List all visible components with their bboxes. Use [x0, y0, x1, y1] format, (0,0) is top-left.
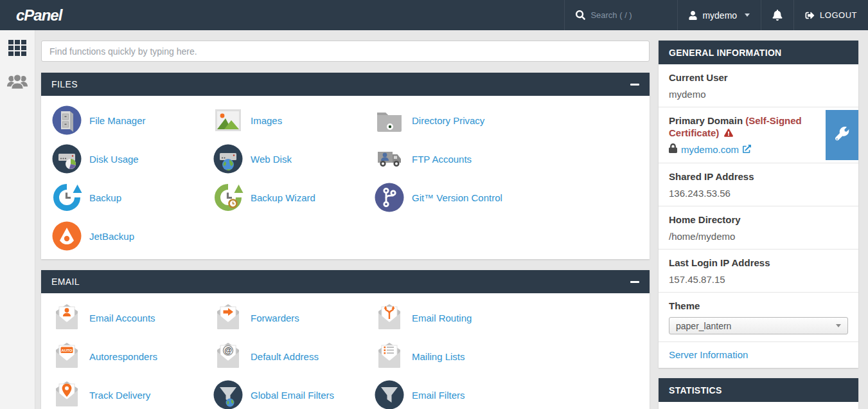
app-label: Global Email Filters [251, 390, 334, 401]
navbar-search [564, 0, 677, 30]
app-item-web-disk[interactable]: Web Disk [213, 143, 374, 174]
app-item-images[interactable]: Images [213, 105, 374, 136]
app-label: Forwarders [251, 313, 299, 323]
current-user-label: Current User [669, 71, 848, 84]
right-sidebar: GENERAL INFORMATION Current User mydemo … [659, 30, 858, 409]
app-item-forwarders[interactable]: Forwarders [213, 302, 374, 333]
autoresponders-icon: AUTO [51, 341, 82, 372]
app-item-disk-usage[interactable]: Disk Usage [51, 143, 213, 174]
user-manager-icon[interactable] [6, 73, 28, 91]
svg-text:@: @ [224, 346, 232, 355]
last-login-ip-row: Last Login IP Address 157.45.87.15 [659, 250, 858, 293]
select-caret-icon [836, 324, 841, 327]
app-item-directory-privacy[interactable]: Directory Privacy [374, 105, 535, 136]
app-item-email-filters[interactable]: Email Filters [374, 379, 535, 409]
server-information-link[interactable]: Server Information [669, 349, 748, 360]
warning-triangle-icon [724, 129, 733, 137]
collapse-section-button[interactable] [630, 84, 639, 86]
app-label: Mailing Lists [412, 351, 465, 362]
app-label: Images [251, 115, 282, 126]
app-label: Track Delivery [89, 390, 150, 401]
theme-select[interactable]: paper_lantern [669, 317, 848, 334]
theme-label: Theme [669, 300, 848, 312]
app-item-mailing-lists[interactable]: Mailing Lists [374, 341, 535, 372]
home-directory-label: Home Directory [669, 214, 848, 226]
app-item-autoresponders[interactable]: AUTO Autoresponders [51, 341, 213, 372]
user-menu[interactable]: mydemo [677, 0, 761, 30]
app-label: Autoresponders [89, 351, 157, 362]
email-routing-icon [374, 302, 405, 333]
shared-ip-value: 136.243.53.56 [669, 188, 848, 199]
ftp-accounts-icon [374, 143, 405, 174]
logout-label: LOGOUT [820, 10, 857, 20]
collapse-section-button[interactable] [630, 281, 639, 283]
app-label: Email Accounts [89, 313, 155, 323]
statistics-header: STATISTICS [659, 378, 858, 402]
section-body: Email Accounts Forwarders Email Routing … [41, 293, 650, 409]
home-directory-row: Home Directory /home/mydemo [659, 206, 858, 250]
logout-button[interactable]: LOGOUT [793, 0, 868, 30]
username: mydemo [702, 10, 737, 21]
app-label: File Manager [89, 115, 146, 126]
default-address-icon: @ [213, 341, 244, 372]
main-column: FILES File Manager Images Directory Priv… [41, 30, 650, 409]
app-item-backup-wizard[interactable]: Backup Wizard [213, 182, 374, 213]
app-item-email-accounts[interactable]: Email Accounts [51, 302, 213, 333]
chevron-down-icon [745, 14, 750, 17]
primary-domain-row: Primary Domain (Self-Signed Certificate)… [659, 107, 858, 163]
lock-icon [669, 143, 677, 156]
wrench-icon [835, 127, 849, 143]
app-label: Web Disk [251, 154, 292, 165]
general-information-panel: GENERAL INFORMATION Current User mydemo … [659, 41, 858, 368]
mailing-lists-icon [374, 341, 405, 372]
primary-domain-link[interactable]: mydemo.com [681, 144, 739, 155]
section-body: File Manager Images Directory Privacy Di… [41, 96, 650, 259]
global-email-filters-icon [213, 379, 244, 409]
last-login-ip-value: 157.45.87.15 [669, 274, 848, 285]
web-disk-icon [213, 143, 244, 174]
navbar-search-input[interactable] [590, 10, 666, 20]
cpanel-logo-text: cPanel [16, 6, 62, 24]
logout-icon [805, 11, 815, 20]
app-label: Directory Privacy [412, 115, 484, 126]
app-label: Backup Wizard [251, 192, 315, 203]
app-item-file-manager[interactable]: File Manager [51, 105, 213, 136]
theme-selected-value: paper_lantern [676, 321, 731, 331]
server-information-row: Server Information [659, 342, 858, 368]
notifications-button[interactable] [761, 0, 793, 30]
primary-domain-label: Primary Domain (Self-Signed Certificate) [669, 114, 819, 139]
email-accounts-icon [51, 302, 82, 333]
app-item-email-routing[interactable]: Email Routing [374, 302, 535, 333]
app-item-global-email-filters[interactable]: Global Email Filters [213, 379, 374, 409]
ssl-manage-button[interactable] [826, 110, 858, 160]
app-item-track-delivery[interactable]: Track Delivery [51, 379, 213, 409]
app-item-default-address[interactable]: @ Default Address [213, 341, 374, 372]
app-item-backup[interactable]: Backup [51, 182, 213, 213]
theme-row: Theme paper_lantern [659, 293, 858, 342]
external-link-icon[interactable] [743, 144, 751, 156]
current-user-row: Current User mydemo [659, 64, 858, 107]
section-title: FILES [51, 79, 78, 89]
cpanel-logo[interactable]: cPanel [0, 0, 564, 30]
apps-grid-icon[interactable] [8, 39, 26, 57]
statistics-panel: STATISTICS Aliases 0 / 0 [659, 378, 858, 409]
app-item-git-version-control[interactable]: Git™ Version Control [374, 182, 535, 213]
quick-find-input[interactable] [41, 41, 650, 62]
app-label: Email Routing [412, 313, 472, 323]
app-label: Backup [89, 192, 121, 203]
app-label: Default Address [251, 351, 319, 362]
app-label: Git™ Version Control [412, 192, 502, 203]
shared-ip-label: Shared IP Address [669, 170, 848, 183]
app-label: Disk Usage [89, 154, 139, 165]
app-item-ftp-accounts[interactable]: FTP Accounts [374, 143, 535, 174]
file-manager-icon [51, 105, 82, 136]
shared-ip-row: Shared IP Address 136.243.53.56 [659, 163, 858, 206]
left-rail [0, 30, 35, 409]
cpanel-app: cPanel mydemo [0, 0, 868, 409]
current-user-value: mydemo [669, 89, 848, 100]
section-header: EMAIL [41, 270, 650, 293]
disk-usage-icon [51, 143, 82, 174]
forwarders-icon [213, 302, 244, 333]
app-label: Email Filters [412, 390, 465, 401]
app-item-jetbackup[interactable]: JetBackup [51, 221, 213, 251]
